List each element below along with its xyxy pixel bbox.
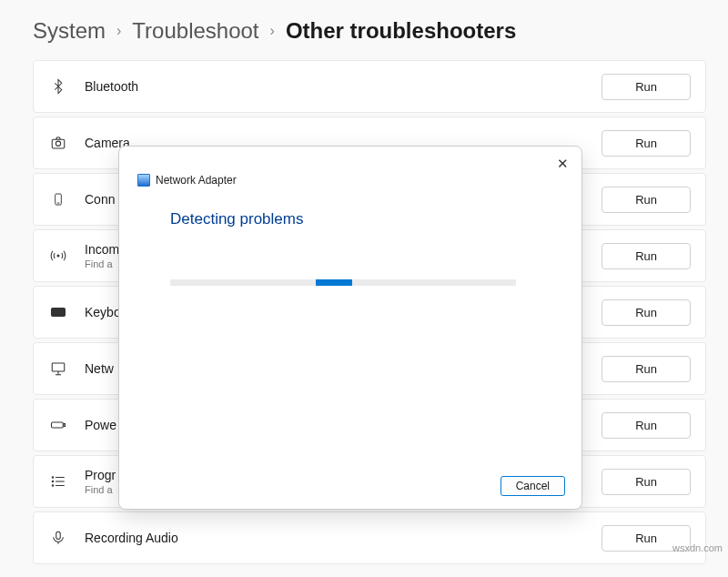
breadcrumb-system[interactable]: System <box>33 18 106 44</box>
battery-icon <box>48 415 68 435</box>
svg-point-1 <box>56 141 60 146</box>
row-label: Bluetooth <box>85 79 602 94</box>
close-button[interactable]: ✕ <box>557 156 569 172</box>
list-icon <box>48 471 68 491</box>
network-adapter-icon <box>137 174 150 187</box>
troubleshooter-dialog: ✕ Network Adapter Detecting problems Can… <box>118 146 582 510</box>
phone-icon <box>48 189 68 209</box>
dialog-footer: Cancel <box>136 476 565 496</box>
progress-fill <box>316 279 352 286</box>
watermark: wsxdn.com <box>672 542 723 553</box>
svg-rect-9 <box>52 422 64 428</box>
dialog-heading: Detecting problems <box>170 210 531 228</box>
run-button[interactable]: Run <box>602 356 691 382</box>
dialog-titlebar: Network Adapter <box>137 174 565 187</box>
run-button[interactable]: Run <box>602 412 691 439</box>
svg-rect-17 <box>56 531 61 539</box>
breadcrumb: System › Troubleshoot › Other troublesho… <box>33 18 706 44</box>
dialog-body: Detecting problems <box>136 187 565 476</box>
cancel-button[interactable]: Cancel <box>500 476 565 496</box>
svg-point-15 <box>52 481 54 482</box>
run-button[interactable]: Run <box>602 299 691 326</box>
svg-point-14 <box>52 477 54 479</box>
microphone-icon <box>48 528 68 548</box>
svg-point-16 <box>52 485 54 487</box>
run-button[interactable]: Run <box>602 243 691 269</box>
chevron-right-icon: › <box>270 23 275 39</box>
camera-icon <box>48 133 68 153</box>
run-button[interactable]: Run <box>602 74 691 100</box>
run-button[interactable]: Run <box>602 469 691 495</box>
progress-bar <box>170 279 516 286</box>
dialog-title: Network Adapter <box>156 174 237 187</box>
bluetooth-icon <box>48 76 68 96</box>
svg-point-4 <box>57 255 59 257</box>
row-label: Recording Audio <box>85 531 602 545</box>
close-icon: ✕ <box>557 156 569 171</box>
signal-icon <box>48 246 68 266</box>
chevron-right-icon: › <box>116 23 121 39</box>
svg-rect-5 <box>52 309 66 317</box>
troubleshooter-row-bluetooth[interactable]: Bluetooth Run <box>33 60 706 113</box>
keyboard-icon <box>48 302 68 322</box>
breadcrumb-troubleshoot[interactable]: Troubleshoot <box>132 18 258 44</box>
svg-rect-6 <box>52 363 65 371</box>
breadcrumb-current: Other troubleshooters <box>286 18 516 44</box>
monitor-icon <box>48 359 68 379</box>
svg-rect-10 <box>64 424 66 427</box>
troubleshooter-row-recording[interactable]: Recording Audio Run <box>33 511 706 564</box>
run-button[interactable]: Run <box>602 187 691 213</box>
run-button[interactable]: Run <box>602 130 691 157</box>
